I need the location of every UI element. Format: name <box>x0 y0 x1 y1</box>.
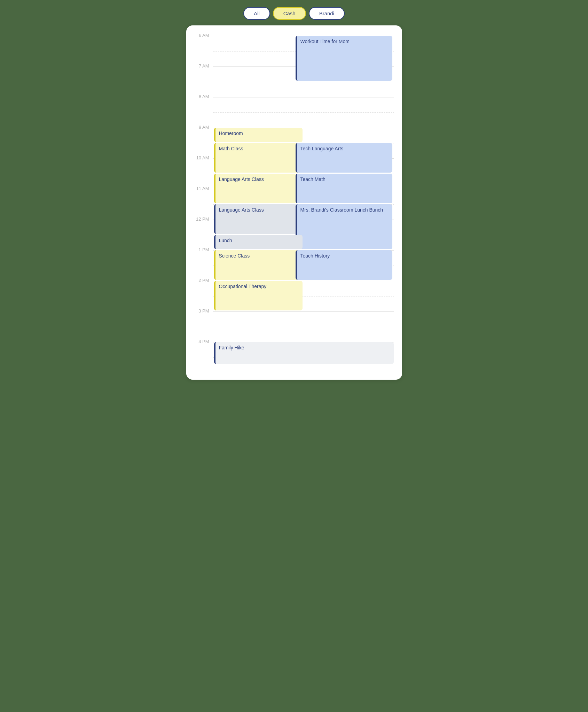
event-science[interactable]: Science Class <box>214 250 303 280</box>
event-workout[interactable]: Workout Time for Mom <box>296 36 392 81</box>
event-family-hike[interactable]: Family Hike <box>214 342 394 364</box>
event-homeroom[interactable]: Homeroom <box>214 128 303 142</box>
hour-label-12: 12 PM <box>195 216 213 222</box>
hour-label-11: 11 AM <box>195 186 213 191</box>
event-teach-math[interactable]: Teach Math <box>296 174 392 203</box>
hour-label-16: 4 PM <box>195 339 213 344</box>
event-teach-history[interactable]: Teach History <box>296 250 392 280</box>
hour-label-8: 8 AM <box>195 94 213 99</box>
filter-bar: All Cash Brandi <box>186 7 402 20</box>
event-lang-arts[interactable]: Language Arts Class <box>214 174 303 203</box>
event-tech-lang[interactable]: Tech Language Arts <box>296 143 392 173</box>
event-lang-arts-2[interactable]: Language Arts Class <box>214 204 303 234</box>
hour-label-15: 3 PM <box>195 308 213 314</box>
hour-label-14: 2 PM <box>195 278 213 283</box>
calendar-card: 6 AM7 AM8 AM9 AM10 AM11 AM12 PM1 PM2 PM3… <box>186 25 402 380</box>
event-ot[interactable]: Occupational Therapy <box>214 281 303 310</box>
filter-brandi[interactable]: Brandi <box>309 7 345 20</box>
event-lunch[interactable]: Lunch <box>214 235 303 249</box>
hour-label-6: 6 AM <box>195 33 213 38</box>
hour-label-13: 1 PM <box>195 247 213 252</box>
filter-all[interactable]: All <box>243 7 270 20</box>
event-math[interactable]: Math Class <box>214 143 303 173</box>
filter-cash[interactable]: Cash <box>273 7 306 20</box>
calendar-body: 6 AM7 AM8 AM9 AM10 AM11 AM12 PM1 PM2 PM3… <box>195 36 394 373</box>
event-lunch-bunch[interactable]: Mrs. Brandi's Classroom Lunch Bunch <box>296 204 392 249</box>
hour-label-10: 10 AM <box>195 155 213 160</box>
page-container: All Cash Brandi 6 AM7 AM8 AM9 AM10 AM11 … <box>186 7 402 380</box>
hour-label-9: 9 AM <box>195 125 213 130</box>
hour-label-7: 7 AM <box>195 63 213 69</box>
